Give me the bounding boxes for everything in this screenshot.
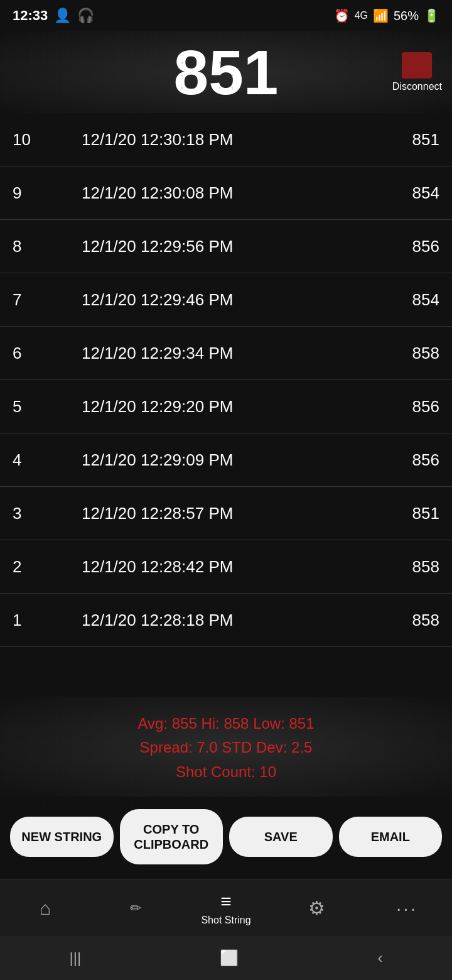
settings-icon: ⚙ bbox=[308, 897, 325, 919]
disconnect-label: Disconnect bbox=[392, 81, 442, 92]
shot-datetime: 12/1/20 12:28:57 PM bbox=[44, 504, 377, 523]
stats-line-1: Avg: 855 Hi: 858 Low: 851 bbox=[13, 712, 439, 736]
list-icon: ≡ bbox=[220, 891, 232, 912]
network-icon: 4G bbox=[355, 10, 368, 21]
action-buttons: NEW STRING COPY TO CLIPBOARD SAVE EMAIL bbox=[0, 797, 452, 879]
shot-number: 6 bbox=[13, 344, 44, 363]
nav-more[interactable]: ··· bbox=[362, 898, 452, 919]
more-icon: ··· bbox=[396, 898, 417, 919]
shot-velocity: 851 bbox=[377, 504, 439, 523]
shot-datetime: 12/1/20 12:29:46 PM bbox=[44, 290, 377, 310]
table-row: 3 12/1/20 12:28:57 PM 851 bbox=[0, 487, 452, 540]
shot-number: 4 bbox=[13, 450, 44, 470]
current-velocity: 851 bbox=[174, 41, 279, 104]
new-string-button[interactable]: NEW STRING bbox=[10, 817, 114, 857]
home-button[interactable]: ⬜ bbox=[220, 949, 239, 967]
shot-velocity: 858 bbox=[377, 344, 439, 363]
shot-string-label: Shot String bbox=[201, 915, 250, 926]
table-row: 8 12/1/20 12:29:56 PM 856 bbox=[0, 220, 452, 273]
shot-datetime: 12/1/20 12:30:08 PM bbox=[44, 183, 377, 203]
home-icon: ⌂ bbox=[40, 898, 51, 919]
table-row: 1 12/1/20 12:28:18 PM 858 bbox=[0, 594, 452, 647]
nav-settings[interactable]: ⚙ bbox=[271, 897, 362, 919]
shot-datetime: 12/1/20 12:29:56 PM bbox=[44, 237, 377, 256]
shot-number: 2 bbox=[13, 557, 44, 577]
stats-line-3: Shot Count: 10 bbox=[13, 760, 439, 784]
stats-section: Avg: 855 Hi: 858 Low: 851 Spread: 7.0 ST… bbox=[0, 697, 452, 797]
table-row: 2 12/1/20 12:28:42 PM 858 bbox=[0, 540, 452, 594]
shot-number: 5 bbox=[13, 397, 44, 416]
nav-home[interactable]: ⌂ bbox=[0, 898, 90, 919]
shot-velocity: 856 bbox=[377, 450, 439, 470]
battery-icon: 🔋 bbox=[424, 8, 439, 23]
shot-number: 8 bbox=[13, 237, 44, 256]
shot-number: 3 bbox=[13, 504, 44, 523]
bottom-nav: ⌂ ✏ ≡ Shot String ⚙ ··· bbox=[0, 879, 452, 936]
table-row: 10 12/1/20 12:30:18 PM 851 bbox=[0, 113, 452, 166]
shot-datetime: 12/1/20 12:29:20 PM bbox=[44, 397, 377, 416]
nav-rifle[interactable]: ✏ bbox=[90, 900, 181, 917]
shot-datetime: 12/1/20 12:30:18 PM bbox=[44, 130, 377, 150]
shot-datetime: 12/1/20 12:29:09 PM bbox=[44, 450, 377, 470]
table-row: 9 12/1/20 12:30:08 PM 854 bbox=[0, 166, 452, 220]
shot-velocity: 854 bbox=[377, 290, 439, 310]
status-right: ⏰ 4G 📶 56% 🔋 bbox=[334, 8, 439, 23]
shot-velocity: 856 bbox=[377, 397, 439, 416]
status-left: 12:33 👤 🎧 bbox=[13, 8, 94, 24]
system-nav: ||| ⬜ ‹ bbox=[0, 936, 452, 980]
email-button[interactable]: EMAIL bbox=[339, 817, 443, 857]
shot-number: 10 bbox=[13, 130, 44, 150]
save-button[interactable]: SAVE bbox=[229, 817, 333, 857]
table-row: 7 12/1/20 12:29:46 PM 854 bbox=[0, 273, 452, 327]
shots-table: 10 12/1/20 12:30:18 PM 851 9 12/1/20 12:… bbox=[0, 113, 452, 697]
shot-datetime: 12/1/20 12:28:42 PM bbox=[44, 557, 377, 577]
shot-velocity: 851 bbox=[377, 130, 439, 150]
copy-clipboard-button[interactable]: COPY TO CLIPBOARD bbox=[120, 809, 223, 864]
table-row: 6 12/1/20 12:29:34 PM 858 bbox=[0, 327, 452, 380]
shot-velocity: 854 bbox=[377, 183, 439, 203]
status-bar: 12:33 👤 🎧 ⏰ 4G 📶 56% 🔋 bbox=[0, 0, 452, 31]
disconnect-icon bbox=[402, 52, 432, 79]
rifle-icon: ✏ bbox=[130, 900, 141, 917]
table-row: 4 12/1/20 12:29:09 PM 856 bbox=[0, 433, 452, 487]
shot-datetime: 12/1/20 12:29:34 PM bbox=[44, 344, 377, 363]
user-icon: 👤 bbox=[54, 8, 71, 24]
shot-number: 9 bbox=[13, 183, 44, 203]
alarm-icon: ⏰ bbox=[334, 8, 350, 23]
headset-icon: 🎧 bbox=[77, 8, 94, 24]
nav-shot-string[interactable]: ≡ Shot String bbox=[181, 891, 271, 926]
shot-velocity: 858 bbox=[377, 557, 439, 577]
shot-velocity: 856 bbox=[377, 237, 439, 256]
disconnect-button[interactable]: Disconnect bbox=[392, 52, 442, 92]
stats-line-2: Spread: 7.0 STD Dev: 2.5 bbox=[13, 736, 439, 760]
battery-level: 56% bbox=[394, 9, 419, 23]
back-button[interactable]: ‹ bbox=[377, 949, 382, 967]
signal-bars-icon: 📶 bbox=[373, 8, 389, 23]
menu-button[interactable]: ||| bbox=[70, 949, 82, 967]
shot-velocity: 858 bbox=[377, 611, 439, 630]
header: 851 Disconnect bbox=[0, 31, 452, 113]
shot-number: 7 bbox=[13, 290, 44, 310]
table-row: 5 12/1/20 12:29:20 PM 856 bbox=[0, 380, 452, 433]
shot-datetime: 12/1/20 12:28:18 PM bbox=[44, 611, 377, 630]
status-time: 12:33 bbox=[13, 8, 48, 24]
shot-number: 1 bbox=[13, 611, 44, 630]
